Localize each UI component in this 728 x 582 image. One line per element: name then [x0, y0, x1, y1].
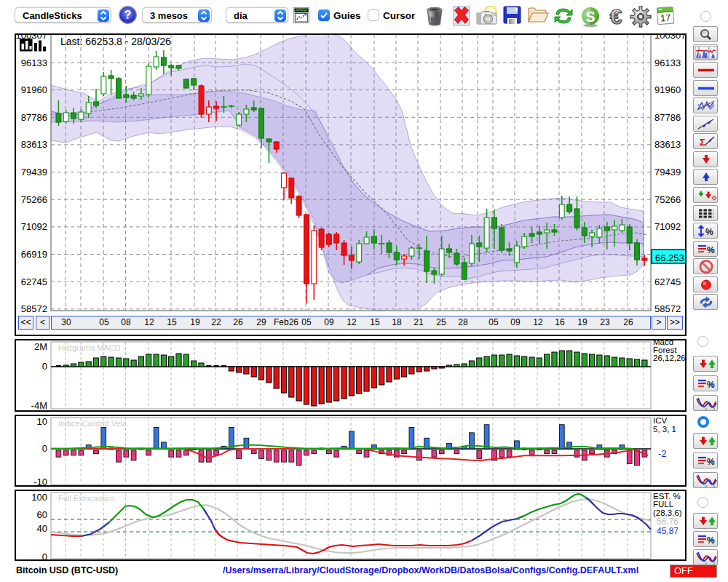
svg-text:91960: 91960 [654, 84, 681, 95]
svg-text:Last: 66253.8 - 28/03/26: Last: 66253.8 - 28/03/26 [60, 36, 171, 47]
svg-text:0: 0 [42, 443, 47, 454]
svg-text:83613: 83613 [654, 139, 681, 150]
svg-text:58572: 58572 [654, 303, 681, 314]
svg-text:10: 10 [37, 416, 47, 427]
svg-text:Full Estocastico: Full Estocastico [58, 494, 114, 503]
svg-text:Σ: Σ [700, 137, 705, 148]
svg-text:79439: 79439 [654, 167, 681, 178]
svg-text:-4M: -4M [31, 400, 47, 410]
svg-text:79439: 79439 [21, 167, 47, 178]
svg-text:S: S [585, 9, 595, 25]
svg-text:91960: 91960 [21, 84, 47, 95]
svg-text:100: 100 [31, 492, 47, 503]
svg-text:Histgrama MACD: Histgrama MACD [58, 343, 121, 352]
svg-text:62745: 62745 [654, 276, 681, 287]
svg-text:45,87: 45,87 [657, 526, 678, 536]
svg-text:66919: 66919 [21, 249, 47, 260]
svg-text:€: € [610, 6, 622, 28]
svg-text:%: % [707, 245, 715, 255]
svg-text:%: % [707, 380, 715, 390]
svg-text:5, 3, 1: 5, 3, 1 [653, 425, 676, 434]
svg-text:?: ? [124, 9, 132, 21]
svg-text:2M: 2M [34, 341, 47, 352]
svg-text:-10: -10 [33, 477, 47, 485]
svg-text:0: 0 [42, 361, 47, 372]
svg-text:96133: 96133 [654, 57, 681, 68]
svg-text:58572: 58572 [21, 303, 47, 314]
svg-text:%: % [707, 457, 715, 467]
svg-text:-2: -2 [658, 448, 667, 459]
svg-text:96133: 96133 [21, 57, 47, 68]
svg-text:56,76: 56,76 [657, 517, 678, 527]
svg-text:60: 60 [37, 509, 47, 520]
svg-text:100307: 100307 [654, 35, 685, 41]
svg-text:%: % [707, 535, 715, 546]
svg-text:0: 0 [42, 551, 47, 559]
svg-text:%: % [705, 227, 713, 237]
svg-text:87786: 87786 [21, 112, 47, 123]
svg-text:87786: 87786 [654, 112, 681, 123]
svg-text:Indice Calidad Vela: Indice Calidad Vela [58, 419, 127, 428]
svg-text:17: 17 [660, 13, 671, 24]
svg-text:ICV: ICV [653, 416, 668, 425]
svg-text:71092: 71092 [21, 221, 47, 232]
svg-text:FULL: FULL [653, 500, 674, 509]
svg-text:71092: 71092 [654, 221, 681, 232]
svg-text:66.253,: 66.253, [655, 252, 685, 263]
svg-text:26,12,26: 26,12,26 [653, 354, 685, 362]
svg-text:83613: 83613 [21, 139, 47, 150]
svg-text:62745: 62745 [21, 276, 47, 287]
svg-text:75266: 75266 [21, 194, 47, 205]
svg-text:75266: 75266 [654, 194, 681, 205]
svg-text:40: 40 [37, 523, 47, 534]
